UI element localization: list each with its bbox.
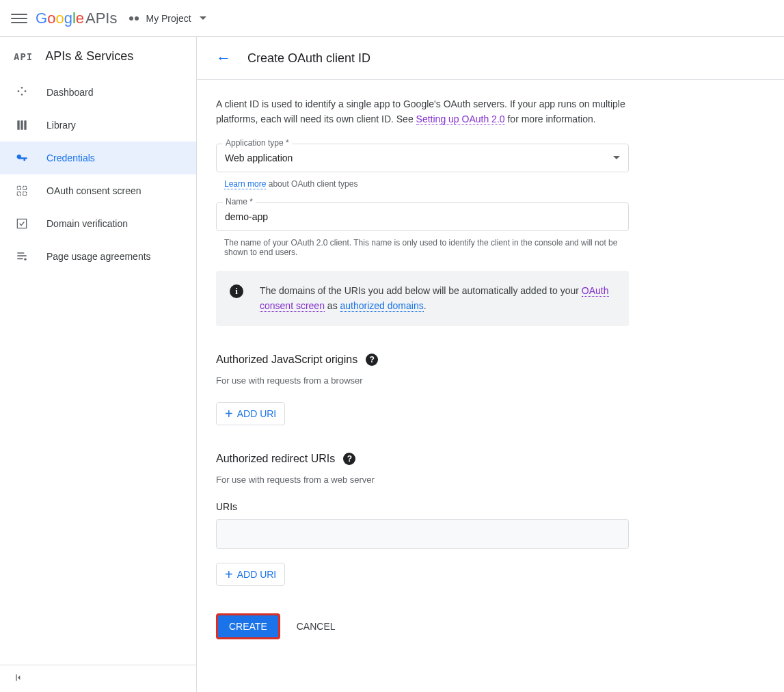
sidebar-item-dashboard[interactable]: Dashboard [0,76,196,109]
redirect-uris-sub: For use with requests from a web server [216,475,629,485]
project-picker[interactable]: My Project [129,12,206,25]
sidebar-item-credentials[interactable]: Credentials [0,142,196,174]
application-type-value: Web application [225,152,293,163]
sidebar-item-library[interactable]: Library [0,109,196,142]
uris-label: URIs [216,501,629,512]
info-icon: i [230,284,243,298]
authorized-domains-link[interactable]: authorized domains [340,300,424,312]
sidebar-item-oauth-consent[interactable]: OAuth consent screen [0,174,196,207]
main-content: ← Create OAuth client ID A client ID is … [197,37,784,692]
library-icon [14,117,30,133]
sidebar-item-label: OAuth consent screen [46,185,141,196]
setting-up-oauth-link[interactable]: Setting up OAuth 2.0 [416,114,505,125]
form-actions: CREATE CANCEL [216,613,629,639]
collapse-sidebar-button[interactable] [0,665,196,692]
application-type-select[interactable]: Web application [216,144,629,172]
logo-apis-text: APIs [85,10,117,27]
sidebar-item-page-usage[interactable]: Page usage agreements [0,240,196,273]
info-text: The domains of the URIs you add below wi… [260,283,615,314]
js-origins-title: Authorized JavaScript origins [216,354,357,366]
add-js-origin-uri-button[interactable]: + ADD URI [216,402,285,425]
plus-icon: + [225,407,233,421]
help-icon[interactable]: ? [343,453,355,465]
name-label: Name * [223,197,256,207]
add-redirect-uri-button[interactable]: + ADD URI [216,563,285,586]
sidebar-item-label: Dashboard [46,87,94,98]
sidebar-item-label: Domain verification [46,218,128,229]
sidebar-item-label: Credentials [46,152,95,163]
sidebar-title: APIs & Services [45,49,133,64]
cancel-button[interactable]: CANCEL [294,615,338,637]
main-header: ← Create OAuth client ID [197,37,784,80]
help-icon[interactable]: ? [366,354,378,366]
sidebar: API APIs & Services Dashboard Library Cr… [0,37,197,692]
name-input[interactable] [216,202,629,231]
create-button[interactable]: CREATE [216,613,280,639]
project-icon [129,12,141,25]
dropdown-arrow-icon [200,16,206,20]
redirect-uris-section: Authorized redirect URIs ? For use with … [216,453,629,586]
sidebar-header: API APIs & Services [0,37,196,76]
name-helper: The name of your OAuth 2.0 client. This … [216,235,629,257]
page-title: Create OAuth client ID [247,51,370,66]
chevron-down-icon [613,156,620,159]
application-type-label: Application type * [223,138,292,148]
info-box: i The domains of the URIs you add below … [216,271,629,326]
name-field-wrap: Name * [216,202,629,231]
js-origins-section: Authorized JavaScript origins ? For use … [216,354,629,425]
redirect-uris-title: Authorized redirect URIs [216,453,335,465]
page-description: A client ID is used to identify a single… [216,96,629,127]
top-bar: Google APIs My Project [0,0,784,37]
agreements-icon [14,248,30,265]
app-type-helper: Learn more about OAuth client types [216,176,629,189]
consent-icon [14,183,30,199]
api-badge: API [14,51,33,62]
verified-icon [14,215,30,232]
sidebar-nav: Dashboard Library Credentials OAuth cons… [0,76,196,665]
redirect-uri-input[interactable] [216,519,629,549]
menu-icon[interactable] [11,10,27,27]
dashboard-icon [14,84,30,101]
sidebar-item-label: Page usage agreements [46,251,151,262]
key-icon [14,150,30,166]
project-name: My Project [146,13,191,24]
svg-point-0 [24,258,26,261]
google-apis-logo[interactable]: Google APIs [36,10,117,27]
back-arrow-icon[interactable]: ← [216,49,231,67]
plus-icon: + [225,568,233,581]
js-origins-sub: For use with requests from a browser [216,375,629,386]
application-type-field: Application type * Web application [216,144,629,172]
learn-more-link[interactable]: Learn more [224,179,266,189]
sidebar-item-label: Library [46,120,76,131]
sidebar-item-domain-verification[interactable]: Domain verification [0,207,196,240]
